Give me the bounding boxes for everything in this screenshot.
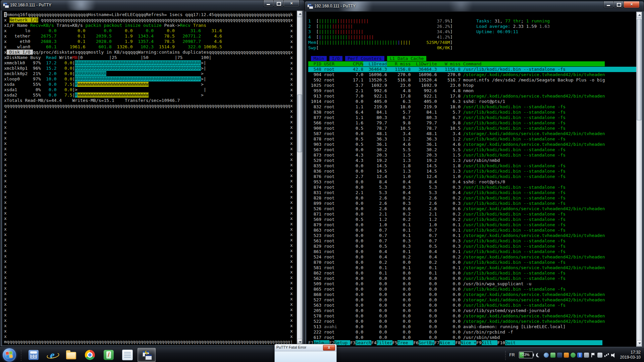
terminal-line: Main I/O Perf Counters L1 Data Cache: [308, 56, 636, 61]
terminal-line: 863 root 0.0 0.7 0.1 0.7 0.1 /usr/lib/ko…: [308, 228, 636, 233]
terminal-line: 566 root 1.6 79.7 9.8 79.7 9.8 /usr/lib/…: [308, 120, 636, 126]
minimize-button[interactable]: [603, 1, 614, 8]
terminal-line: PID USER CPU% L1Dread R miss L1Dwrite W …: [308, 61, 636, 67]
window-title: 192.168.0.111 - PuTTY: [314, 4, 356, 8]
terminal-line: 523 root 0.0 0.7 0.1 0.7 0.1 /storage/.k…: [308, 233, 636, 238]
internet-explorer-icon: e: [47, 350, 57, 360]
terminal-line: xsda1 0% 0.0 0.0|> | x: [4, 87, 297, 93]
terminal-line: 865 root 0.0 0.0 0.0 0.0 0.0 /usr/lib/ko…: [308, 287, 636, 292]
battery-indicator[interactable]: 33%: [519, 352, 533, 358]
terminal-line: Mem[||||||||||||||||||||||||||||||||||| …: [308, 40, 636, 45]
tray-icon-remote[interactable]: [557, 353, 562, 358]
taskbar-clock[interactable]: 17:32 2019-03-10: [620, 350, 641, 360]
right-scrollbar[interactable]: [636, 12, 642, 347]
maximize-button[interactable]: [613, 1, 624, 8]
terminal-line: 913 root 7.0 922.1 17.8 922.1 17.8 /stor…: [308, 94, 636, 99]
dialog-body: [275, 351, 336, 362]
close-button[interactable]: ×: [624, 1, 640, 8]
terminal-line: 874 root 0.0 5.3 0.3 5.3 0.3 /usr/lib/ko…: [308, 185, 636, 190]
terminal-line: x x: [4, 248, 297, 253]
terminal-line: 953 root 0.0 8.4 0.4 8.4 0.4 sshd: root@…: [308, 179, 636, 185]
terminal-line: 509 root 0.0 0.0 0.0 0.0 0.0 /usr/bin/wp…: [308, 281, 636, 287]
dialog-close-button[interactable]: X: [323, 345, 335, 351]
terminal-line: 526 root 0.0 2.6 0.6 2.6 0.6 /storage/.k…: [308, 206, 636, 212]
tray-icon-signal[interactable]: [604, 353, 609, 358]
terminal-line: x x: [4, 243, 297, 248]
right-titlebar[interactable]: 192.168.0.111 - PuTTY ×: [305, 1, 644, 11]
tray-icon-hwinfo[interactable]: [564, 353, 569, 358]
power-saver-icon[interactable]: [536, 353, 540, 357]
taskbar-app-chrome[interactable]: [81, 348, 99, 362]
taskbar-app-calculator[interactable]: [25, 348, 42, 362]
terminal-line: 2 [||||||||||||| 26.2%] Load average: 2.…: [308, 24, 636, 29]
terminal-line: 567 root 0.0 30.2 5.5 30.2 5.5 /usr/lib/…: [308, 147, 636, 153]
terminal-line: x x: [4, 269, 297, 275]
terminal-line: xmcblk0p1 96% 15.2 0.0|RRRRRRRRRRRRRRRRR…: [4, 66, 297, 71]
terminal-line: 879 root 0.0 1.0 0.1 1.0 0.1 /usr/lib/ko…: [308, 222, 636, 228]
taskbar-app-system-monitor[interactable]: [100, 348, 117, 362]
tray-icon-usb[interactable]: [584, 353, 589, 358]
tray-icon-bluetooth[interactable]: [577, 353, 582, 358]
terminal-area-nmon[interactable]: 1nmonq16fqqqqqqqqqqqqqqqqqqqqqqqHostname…: [2, 10, 303, 346]
left-scrollbar[interactable]: [297, 11, 303, 345]
terminal-line: x x: [4, 227, 297, 232]
tray-icon-scheduler[interactable]: [571, 353, 576, 358]
minimize-button[interactable]: [263, 0, 274, 7]
terminal-line: [308, 13, 636, 18]
close-button[interactable]: ×: [283, 0, 300, 7]
maximize-button[interactable]: [273, 0, 284, 7]
terminal-line: 868 root 0.0 0.0 0.0 0.0 0.0 /storage/.k…: [308, 292, 636, 297]
terminal-area-htop[interactable]: 1 [||||||||||||||||||| 37.9%] Tasks: 31,…: [306, 11, 642, 347]
left-titlebar[interactable]: 192.168.0.111 - PuTTY ×: [1, 0, 304, 10]
start-button[interactable]: [3, 348, 16, 362]
terminal-line: 877 root 1.1 80.3 6.7 80.3 6.7 /usr/lib/…: [308, 115, 636, 120]
scroll-up-icon[interactable]: [297, 11, 302, 17]
tray-icon-flag[interactable]: [591, 353, 596, 358]
terminal-line: x Disk I/O qq/proc/diskstatsqqqqmostly i…: [4, 50, 297, 55]
scroll-thumb[interactable]: [637, 19, 642, 120]
terminal-line: 617 root 0.0 0.0 0.0 0.0 0.0 /usr/sbin/s…: [308, 335, 636, 340]
taskbar-app-internet-explorer[interactable]: e: [44, 348, 61, 362]
terminal-line: x tether 2675.7 0.1 2039.5 1.9 1343.4 78…: [4, 34, 297, 39]
taskbar-app-file-explorer[interactable]: [62, 348, 80, 362]
terminal-line: mqqqqqqqqqqqqqqqqqqqqqqqqqqqqqqqqqqqqqqq…: [4, 339, 297, 345]
scroll-up-icon[interactable]: [637, 12, 642, 18]
tray-icon-network[interactable]: [544, 353, 549, 358]
terminal-line: xDiskName Busy Read WriteMB|0 |25 |50 |7…: [4, 55, 297, 60]
scroll-thumb[interactable]: [297, 95, 302, 152]
scroll-down-icon[interactable]: [637, 340, 642, 346]
system-tray: FR 33% 17:32 2019-03-10: [504, 348, 644, 362]
terminal-line: x x: [4, 130, 297, 135]
terminal-line: x x: [4, 141, 297, 146]
terminal-line: 522 root 0.0 0.0 0.0 0.0 0.0 /storage/.k…: [308, 319, 636, 324]
terminal-line: x x: [4, 221, 297, 227]
terminal-line: x x: [4, 216, 297, 221]
terminal-line: 562 root 0.0 0.0 0.0 0.0 0.0 /usr/lib/ko…: [308, 276, 636, 281]
putty-window-icon: [3, 2, 9, 8]
terminal-line: 1 [||||||||||||||||||| 37.9%] Tasks: 31,…: [308, 18, 636, 24]
terminal-line: x x: [4, 259, 297, 264]
folder-icon: [66, 352, 76, 359]
terminal-line: x wlan0 60.1 1961.6 601.8 1326.0 102.3 1…: [4, 44, 297, 50]
terminal-line: x x: [4, 296, 297, 302]
terminal-line: 587 root 0.0 48.1 3.4 48.1 3.4 /storage/…: [308, 131, 636, 136]
terminal-line: x x: [4, 184, 297, 189]
terminal-line: 862 root 0.0 0.1 0.0 0.1 0.0 /usr/lib/ko…: [308, 270, 636, 276]
putty-window-nmon: 192.168.0.111 - PuTTY × 1nmonq16fqqqqqqq…: [0, 0, 305, 347]
taskbar-app-putty[interactable]: ϟ: [138, 348, 156, 362]
tray-icon-volume[interactable]: [611, 353, 616, 358]
terminal-line: x Network I/O qqqqqqqqqqqqqqqqqqqqqqqqqq…: [4, 17, 297, 23]
terminal-line: xI/F Name Recv=KB/s Trans=KB/s packin pa…: [4, 23, 297, 28]
tray-icon-device[interactable]: [597, 353, 602, 358]
dialog-titlebar[interactable]: PuTTY Fatal Error X: [275, 344, 336, 351]
terminal-line: 871 root 0.0 2.1 0.2 2.1 0.2 /usr/lib/ko…: [308, 212, 636, 217]
terminal-line: x x: [4, 210, 297, 216]
terminal-line: 1014 root 0.0 405.0 6.3 405.0 6.3 sshd: …: [308, 99, 636, 104]
language-indicator[interactable]: FR: [509, 353, 515, 357]
putty-window-htop: 192.168.0.111 - PuTTY × 1 [|||||||||||||…: [305, 1, 644, 348]
terminal-line: 835 root 0.0 14.5 1.8 14.5 1.8 /usr/lib/…: [308, 163, 636, 169]
terminal-line: x lo 0.0 0.0 0.0 0.0 0.0 0.0 31.6 31.6 x: [4, 28, 297, 34]
taskbar-app-notepad[interactable]: [119, 348, 136, 362]
terminal-line: 578 root 0.0 0.0 0.0 0.0 0.0 /storage/.k…: [308, 313, 636, 319]
tray-icon-update[interactable]: [550, 353, 555, 358]
